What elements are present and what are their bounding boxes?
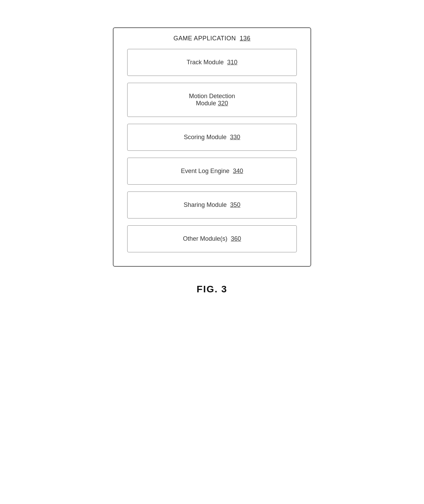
other-modules-box: Other Module(s) 360 <box>127 225 297 252</box>
figure-label: FIG. 3 <box>197 284 227 295</box>
outer-box: GAME APPLICATION 136 Track Module 310 Mo… <box>113 27 311 267</box>
outer-title-text: GAME APPLICATION <box>173 35 236 42</box>
event-log-engine-box: Event Log Engine 340 <box>127 158 297 185</box>
other-modules-label: Other Module(s) 360 <box>183 235 241 242</box>
diagram-container: GAME APPLICATION 136 Track Module 310 Mo… <box>113 27 311 267</box>
motion-detection-module-label: Motion DetectionModule 320 <box>189 93 235 107</box>
scoring-module-label: Scoring Module 330 <box>184 134 240 141</box>
sharing-module-label: Sharing Module 350 <box>184 201 240 208</box>
outer-title: GAME APPLICATION 136 <box>127 35 297 42</box>
outer-ref-num: 136 <box>240 35 251 42</box>
track-module-box: Track Module 310 <box>127 49 297 76</box>
event-log-engine-label: Event Log Engine 340 <box>181 168 243 174</box>
motion-detection-module-box: Motion DetectionModule 320 <box>127 83 297 117</box>
track-module-label: Track Module 310 <box>187 59 237 66</box>
sharing-module-box: Sharing Module 350 <box>127 191 297 218</box>
scoring-module-box: Scoring Module 330 <box>127 124 297 151</box>
